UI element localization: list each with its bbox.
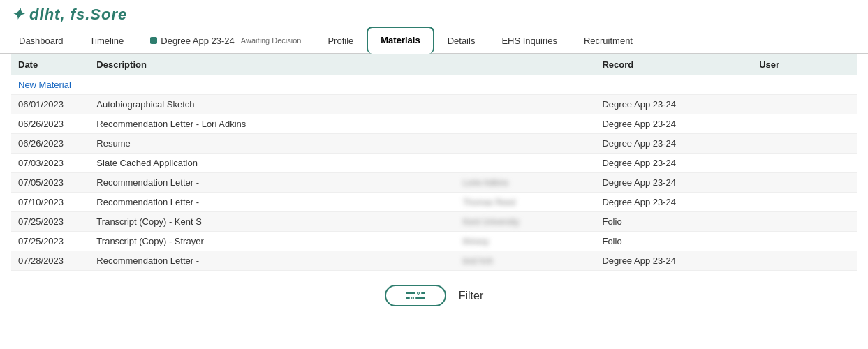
filter-bar: Filter xyxy=(0,285,868,318)
row-extra: Kent University xyxy=(456,212,596,232)
row-user xyxy=(752,232,857,251)
tab-bar: Dashboard Timeline Degree App 23-24 Awai… xyxy=(0,27,868,54)
row-description: Recommendation Letter - xyxy=(89,173,455,193)
row-user xyxy=(752,212,857,232)
row-description: Resume xyxy=(89,134,455,154)
row-extra: Thomas Reed xyxy=(456,193,596,212)
row-record: Degree App 23-24 xyxy=(595,173,752,193)
materials-table-container: Date Description Record User New Materia… xyxy=(0,54,868,271)
row-description: Slate Cached Application xyxy=(89,154,455,173)
col-header-user: User xyxy=(752,54,857,75)
table-row: 07/28/2023 Recommendation Letter - bnd h… xyxy=(11,251,857,271)
row-record: Folio xyxy=(595,212,752,232)
row-date: 07/25/2023 xyxy=(11,212,89,232)
row-extra xyxy=(456,134,596,154)
row-date: 07/28/2023 xyxy=(11,251,89,271)
col-header-description: Description xyxy=(89,54,455,75)
row-user xyxy=(752,114,857,134)
row-description: Recommendation Letter - xyxy=(89,193,455,212)
row-user xyxy=(752,95,857,114)
row-date: 06/26/2023 xyxy=(11,114,89,134)
tab-details[interactable]: Details xyxy=(434,27,489,54)
row-date: 07/10/2023 xyxy=(11,193,89,212)
row-date: 07/03/2023 xyxy=(11,154,89,173)
degree-app-dot xyxy=(150,37,157,44)
row-record: Degree App 23-24 xyxy=(595,193,752,212)
row-date: 07/25/2023 xyxy=(11,232,89,251)
row-extra xyxy=(456,95,596,114)
row-extra xyxy=(456,154,596,173)
col-header-extra xyxy=(456,54,596,75)
tab-timeline[interactable]: Timeline xyxy=(77,27,138,54)
tab-degree-app[interactable]: Degree App 23-24 Awaiting Decision xyxy=(137,27,314,54)
table-row: 06/01/2023 Autobiographical Sketch Degre… xyxy=(11,95,857,114)
row-user xyxy=(752,134,857,154)
filter-label: Filter xyxy=(459,290,484,302)
row-description: Recommendation Letter - Lori Adkins xyxy=(89,114,455,134)
table-row: 07/03/2023 Slate Cached Application Degr… xyxy=(11,154,857,173)
row-date: 07/05/2023 xyxy=(11,173,89,193)
tab-profile[interactable]: Profile xyxy=(314,27,367,54)
row-extra: thinssy xyxy=(456,232,596,251)
row-description: Recommendation Letter - xyxy=(89,251,455,271)
row-description: Transcript (Copy) - Kent S xyxy=(89,212,455,232)
row-date: 06/26/2023 xyxy=(11,134,89,154)
row-extra xyxy=(456,114,596,134)
new-material-link[interactable]: New Material xyxy=(18,80,71,90)
row-record: Degree App 23-24 xyxy=(595,251,752,271)
table-row: 07/25/2023 Transcript (Copy) - Kent S Ke… xyxy=(11,212,857,232)
tab-materials[interactable]: Materials xyxy=(367,27,434,54)
row-extra: bnd hnh xyxy=(456,251,596,271)
row-record: Folio xyxy=(595,232,752,251)
table-row: 07/05/2023 Recommendation Letter - Lorie… xyxy=(11,173,857,193)
row-description: Transcript (Copy) - Strayer xyxy=(89,232,455,251)
filter-icon xyxy=(406,292,425,299)
app-logo: ✦ dlht, fs.Sore xyxy=(11,6,127,24)
tab-recruitment[interactable]: Recruitment xyxy=(571,27,646,54)
materials-table: Date Description Record User New Materia… xyxy=(11,54,857,271)
new-material-row: New Material xyxy=(11,75,857,95)
table-row: 06/26/2023 Resume Degree App 23-24 xyxy=(11,134,857,154)
col-header-record: Record xyxy=(595,54,752,75)
filter-button[interactable] xyxy=(385,285,446,306)
row-extra: Lorie Adkins xyxy=(456,173,596,193)
logo-bar: ✦ dlht, fs.Sore xyxy=(0,0,868,27)
tab-ehs-inquiries[interactable]: EHS Inquiries xyxy=(488,27,570,54)
row-user xyxy=(752,154,857,173)
table-row: 07/10/2023 Recommendation Letter - Thoma… xyxy=(11,193,857,212)
row-user xyxy=(752,193,857,212)
row-record: Degree App 23-24 xyxy=(595,114,752,134)
table-row: 07/25/2023 Transcript (Copy) - Strayer t… xyxy=(11,232,857,251)
row-description: Autobiographical Sketch xyxy=(89,95,455,114)
tab-dashboard[interactable]: Dashboard xyxy=(6,27,77,54)
row-record: Degree App 23-24 xyxy=(595,154,752,173)
row-user xyxy=(752,173,857,193)
row-record: Degree App 23-24 xyxy=(595,134,752,154)
row-user xyxy=(752,251,857,271)
row-date: 06/01/2023 xyxy=(11,95,89,114)
row-record: Degree App 23-24 xyxy=(595,95,752,114)
table-row: 06/26/2023 Recommendation Letter - Lori … xyxy=(11,114,857,134)
col-header-date: Date xyxy=(11,54,89,75)
